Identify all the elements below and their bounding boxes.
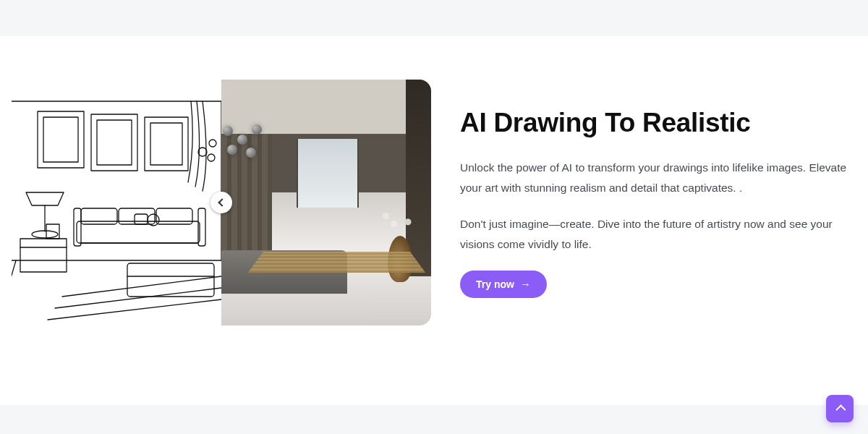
hero-section: AI Drawing To Realistic Unlock the power… — [0, 36, 868, 326]
svg-rect-3 — [38, 111, 84, 168]
hero-paragraph-1: Unlock the power of AI to transform your… — [460, 158, 851, 198]
hero-paragraph-2: Don't just imagine—create. Dive into the… — [460, 214, 851, 255]
arrow-right-icon: → — [520, 278, 531, 289]
svg-rect-17 — [81, 208, 117, 224]
svg-rect-23 — [127, 263, 214, 297]
svg-rect-15 — [74, 208, 81, 246]
sphere-chandelier — [221, 123, 275, 166]
top-spacer-band — [0, 0, 868, 36]
try-now-button[interactable]: Try now → — [460, 271, 547, 298]
svg-line-28 — [12, 260, 16, 326]
svg-rect-21 — [135, 214, 148, 224]
before-after-slider[interactable] — [12, 80, 431, 326]
svg-line-27 — [48, 299, 221, 320]
scroll-to-top-button[interactable] — [826, 395, 854, 422]
svg-point-31 — [208, 154, 215, 161]
hero-content: AI Drawing To Realistic Unlock the power… — [460, 107, 856, 298]
svg-rect-8 — [150, 123, 182, 165]
svg-rect-7 — [145, 117, 188, 171]
slider-handle[interactable] — [210, 192, 232, 213]
svg-rect-6 — [97, 120, 132, 165]
bottom-spacer-band — [0, 405, 868, 434]
try-now-label: Try now — [476, 278, 514, 290]
svg-rect-5 — [91, 114, 137, 171]
svg-rect-4 — [43, 117, 78, 162]
sketch-living-room-illustration — [12, 80, 221, 326]
chevron-right-icon — [218, 198, 226, 206]
hero-title: AI Drawing To Realistic — [460, 107, 851, 139]
svg-rect-11 — [20, 239, 67, 272]
floral-arrangement — [378, 200, 418, 240]
sketch-panel — [12, 80, 221, 326]
chevron-up-icon — [835, 404, 846, 414]
realistic-sofa — [221, 250, 347, 294]
svg-line-26 — [55, 288, 221, 308]
realistic-panel — [221, 80, 431, 326]
svg-point-30 — [209, 140, 216, 147]
svg-rect-19 — [156, 208, 192, 224]
svg-line-25 — [62, 276, 221, 297]
